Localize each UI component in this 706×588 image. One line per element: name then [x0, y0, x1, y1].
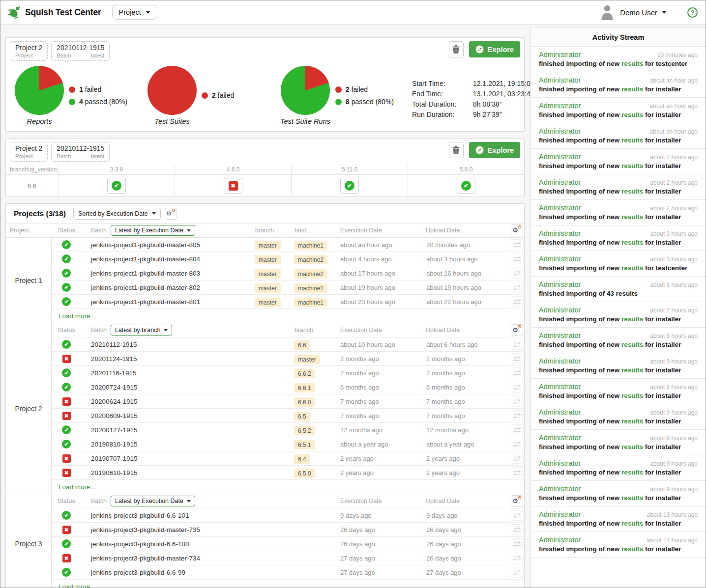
- activity-results-link[interactable]: results: [621, 85, 643, 93]
- activity-results-link[interactable]: results: [621, 520, 643, 527]
- table-row[interactable]: ✔jenkins-project1-pkgbuild-master-801mas…: [52, 295, 524, 309]
- branch-tag[interactable]: master: [255, 255, 281, 264]
- compare-button[interactable]: [511, 253, 524, 264]
- activity-user-link[interactable]: Administrator: [539, 434, 581, 442]
- table-row[interactable]: ✖jenkins-project3-pkgbuild-master-73427 …: [52, 551, 524, 565]
- user-chevron-down-icon[interactable]: [662, 11, 667, 14]
- activity-user-link[interactable]: Administrator: [539, 229, 581, 237]
- load-more-link[interactable]: Load more...: [52, 480, 524, 494]
- table-row[interactable]: ✔20201116-19156.6.22 months ago2 months …: [52, 366, 524, 380]
- branch-tag[interactable]: 6.5.1: [294, 440, 315, 449]
- activity-results-link[interactable]: results: [621, 443, 643, 450]
- table-row[interactable]: ✖20200624-19156.6.07 months ago7 months …: [52, 394, 524, 409]
- compare-button[interactable]: [511, 282, 524, 293]
- branch-tag[interactable]: 6.6.2: [294, 369, 315, 378]
- compare-button[interactable]: [511, 524, 524, 535]
- latest-filter-dropdown[interactable]: Latest by Execution Date: [111, 496, 195, 506]
- activity-user-link[interactable]: Administrator: [539, 204, 581, 212]
- compare-button[interactable]: [511, 553, 524, 563]
- activity-user-link[interactable]: Administrator: [539, 459, 581, 467]
- activity-results-link[interactable]: results: [621, 366, 643, 374]
- branch-tag[interactable]: 6.6.0: [294, 397, 315, 407]
- host-tag[interactable]: machine2: [294, 269, 327, 279]
- column-settings-button[interactable]: ⚙⚙: [511, 324, 523, 336]
- activity-user-link[interactable]: Administrator: [539, 383, 581, 391]
- activity-user-link[interactable]: Administrator: [539, 357, 581, 365]
- matrix-status-button[interactable]: ✖: [224, 178, 242, 194]
- matrix-status-button[interactable]: ✔: [107, 178, 126, 194]
- activity-user-link[interactable]: Administrator: [539, 76, 581, 84]
- table-row[interactable]: ✔jenkins-project1-pkgbuild-master-803mas…: [52, 266, 524, 280]
- table-row[interactable]: ✔20200127-19156.5.212 months ago12 month…: [52, 423, 524, 437]
- activity-results-link[interactable]: results: [621, 341, 643, 348]
- activity-results-link[interactable]: results: [621, 494, 643, 502]
- compare-button[interactable]: [511, 467, 524, 478]
- branch-tag[interactable]: 6.6: [294, 340, 310, 350]
- branch-tag[interactable]: master: [255, 269, 281, 279]
- column-settings-button[interactable]: ⚙⚙: [511, 495, 523, 507]
- activity-results-link[interactable]: results: [621, 60, 643, 67]
- activity-results-link[interactable]: results: [621, 137, 643, 144]
- activity-user-link[interactable]: Administrator: [539, 408, 581, 416]
- table-row[interactable]: ✖20201124-1915master2 months ago2 months…: [52, 352, 524, 366]
- compare-button[interactable]: [511, 268, 524, 279]
- pie-chart[interactable]: [15, 66, 64, 115]
- compare-button[interactable]: [511, 382, 524, 392]
- compare-button[interactable]: [511, 453, 524, 464]
- matrix-status-button[interactable]: ✔: [340, 178, 359, 194]
- branch-tag[interactable]: master: [255, 298, 281, 307]
- activity-user-link[interactable]: Administrator: [539, 485, 581, 493]
- activity-results-link[interactable]: results: [621, 315, 643, 323]
- host-tag[interactable]: machine1: [294, 241, 327, 250]
- delete-batch-button[interactable]: [449, 41, 464, 57]
- branch-tag[interactable]: master: [255, 241, 281, 250]
- table-row[interactable]: ✔jenkins-project1-pkgbuild-master-802mas…: [52, 280, 524, 295]
- activity-results-link[interactable]: results: [621, 264, 643, 272]
- table-row[interactable]: ✔jenkins-project1-pkgbuild-master-805mas…: [52, 238, 524, 252]
- table-row[interactable]: ✖20200609-19156.57 months ago7 months ag…: [52, 409, 524, 423]
- compare-button[interactable]: [511, 339, 524, 350]
- table-row[interactable]: ✔20190810-19156.5.1about a year agoabout…: [52, 437, 524, 451]
- branch-tag[interactable]: 6.5.0: [294, 469, 315, 478]
- activity-results-link[interactable]: results: [621, 213, 643, 221]
- table-row[interactable]: ✖jenkins-project3-pkgbuild-master-73526 …: [52, 523, 524, 537]
- activity-user-link[interactable]: Administrator: [539, 332, 581, 339]
- compare-button[interactable]: [511, 239, 524, 250]
- activity-user-link[interactable]: Administrator: [539, 127, 581, 135]
- activity-results-link[interactable]: results: [621, 188, 643, 195]
- latest-filter-dropdown[interactable]: Latest by branch: [111, 325, 172, 336]
- activity-results-link[interactable]: results: [621, 392, 643, 399]
- activity-results-link[interactable]: results: [621, 162, 643, 169]
- table-row[interactable]: ✔jenkins-project3-pkgbuild-6.6-1019 days…: [52, 508, 524, 523]
- activity-user-link[interactable]: Administrator: [539, 510, 581, 518]
- batch-chip[interactable]: 20210112-1915 Batch latest: [51, 41, 110, 61]
- load-more-link[interactable]: Load more...: [52, 580, 524, 588]
- table-row[interactable]: ✔20210112-19156.6about 10 hours agoabout…: [52, 337, 524, 352]
- compare-button[interactable]: [511, 424, 524, 435]
- activity-user-link[interactable]: Administrator: [539, 153, 581, 161]
- batch-chip[interactable]: 20210112-1915 Batch latest: [51, 142, 110, 162]
- compare-button[interactable]: [511, 510, 524, 521]
- activity-user-link[interactable]: Administrator: [539, 51, 581, 58]
- host-tag[interactable]: machine1: [294, 283, 327, 293]
- branch-tag[interactable]: 6.6.1: [294, 383, 315, 392]
- matrix-status-button[interactable]: ✔: [457, 178, 475, 194]
- branch-tag[interactable]: 6.5: [294, 412, 310, 421]
- branch-tag[interactable]: master: [294, 355, 320, 364]
- explore-button[interactable]: Explore: [469, 41, 520, 57]
- load-more-link[interactable]: Load more...: [52, 309, 524, 323]
- sort-dropdown[interactable]: Sorted by Execution Date: [73, 208, 161, 220]
- compare-button[interactable]: [511, 367, 524, 378]
- compare-button[interactable]: [511, 410, 524, 421]
- activity-user-link[interactable]: Administrator: [539, 536, 581, 544]
- table-row[interactable]: ✖20190707-19156.42 years ago2 years ago: [52, 451, 524, 466]
- help-icon[interactable]: ?: [687, 7, 698, 18]
- table-row[interactable]: ✔jenkins-project3-pkgbuild-6.6-9927 days…: [52, 565, 524, 580]
- activity-results-link[interactable]: results: [621, 545, 643, 553]
- explore-button[interactable]: Explore: [469, 142, 520, 158]
- compare-button[interactable]: [511, 439, 524, 449]
- project-chip[interactable]: Project 2 Project: [10, 41, 48, 61]
- pie-chart[interactable]: [281, 66, 330, 115]
- delete-batch-button[interactable]: [449, 142, 464, 158]
- activity-user-link[interactable]: Administrator: [539, 102, 581, 110]
